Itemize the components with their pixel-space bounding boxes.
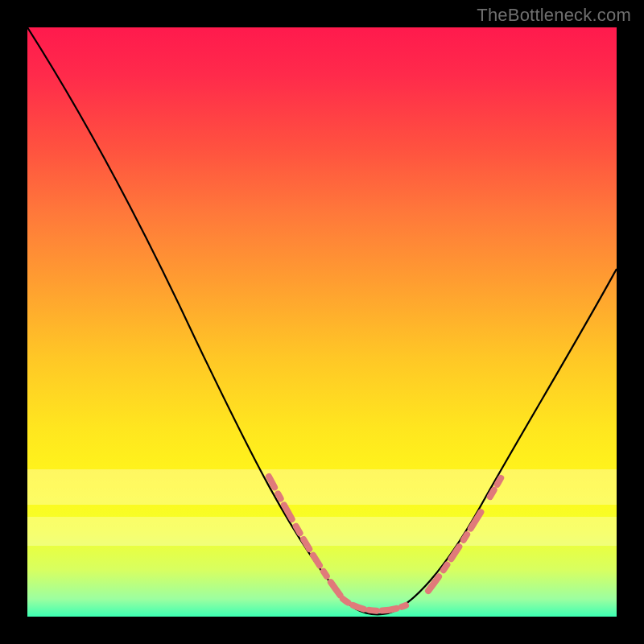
curve-path	[27, 27, 617, 614]
chart-plot-area	[27, 27, 617, 617]
watermark-text: TheBottleneck.com	[477, 5, 631, 26]
bottleneck-curve	[27, 27, 617, 617]
marker-segment-bottom	[343, 599, 406, 611]
marker-segment-left	[269, 477, 343, 599]
